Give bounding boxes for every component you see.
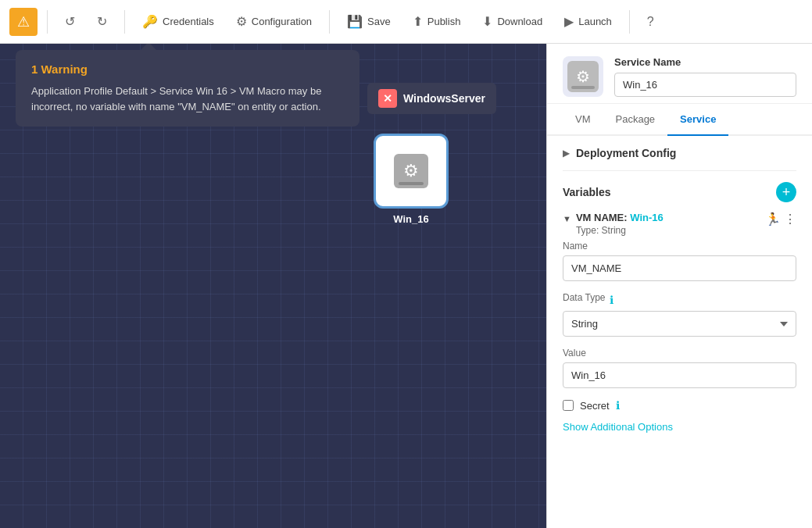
windows-server-header: ✕ WindowsServer xyxy=(367,83,496,114)
data-type-select[interactable]: String Integer Boolean xyxy=(563,311,796,337)
variables-header: Variables + xyxy=(563,182,796,202)
secret-row: Secret ℹ xyxy=(563,399,796,412)
add-variable-button[interactable]: + xyxy=(776,182,796,202)
name-field-group: Name xyxy=(563,241,796,281)
save-button[interactable]: 💾 Save xyxy=(339,9,399,34)
publish-button[interactable]: ⬆ Publish xyxy=(405,9,469,34)
service-avatar: ⚙ xyxy=(563,56,603,97)
launch-icon: ▶ xyxy=(564,14,574,29)
credentials-button[interactable]: 🔑 Credentials xyxy=(134,9,222,34)
win16-box[interactable]: ⚙ xyxy=(374,134,449,209)
service-name-label: Service Name xyxy=(614,56,796,68)
service-avatar-gear-icon: ⚙ xyxy=(567,61,599,92)
warning-icon: ⚠ xyxy=(17,13,30,30)
vm-name-key: VM NAME: xyxy=(576,212,628,223)
warning-tooltip: 1 Warning Application Profile Default > … xyxy=(16,50,359,127)
value-field-label: Value xyxy=(563,348,796,359)
publish-icon: ⬆ xyxy=(413,14,423,29)
launch-button[interactable]: ▶ Launch xyxy=(556,9,620,34)
deployment-config-label: Deployment Config xyxy=(576,147,676,159)
configuration-label: Configuration xyxy=(252,16,312,27)
variables-title: Variables xyxy=(563,186,611,198)
download-icon: ⬇ xyxy=(482,14,492,29)
name-field-input[interactable] xyxy=(563,255,796,281)
redo-button[interactable]: ↻ xyxy=(89,9,115,34)
node-gear-icon: ⚙ xyxy=(394,154,428,188)
vm-name-value-link[interactable]: Win-16 xyxy=(630,212,664,223)
credentials-label: Credentials xyxy=(163,16,214,27)
warning-button[interactable]: ⚠ xyxy=(9,8,38,36)
vm-name-content: VM NAME: Win-16 Type: String xyxy=(576,212,760,236)
vm-name-row: ▼ VM NAME: Win-16 Type: String 🏃 ⋮ xyxy=(563,212,796,236)
run-icon[interactable]: 🏃 xyxy=(765,212,781,227)
secret-checkbox[interactable] xyxy=(563,400,574,411)
data-type-field-group: Data Type ℹ String Integer Boolean xyxy=(563,292,796,337)
download-label: Download xyxy=(497,16,542,27)
help-button[interactable]: ? xyxy=(639,10,662,34)
vm-name-actions: 🏃 ⋮ xyxy=(765,212,796,227)
panel-content: ▶ Deployment Config Variables + ▼ VM NAM… xyxy=(547,136,812,528)
configuration-button[interactable]: ⚙ Configuration xyxy=(228,9,320,34)
toolbar: ⚠ ↺ ↻ 🔑 Credentials ⚙ Configuration 💾 Sa… xyxy=(0,0,812,44)
service-name-right: Service Name xyxy=(614,56,796,97)
toolbar-divider-4 xyxy=(629,10,630,34)
show-additional-options-link[interactable]: Show Additional Options xyxy=(563,421,673,433)
toolbar-divider-2 xyxy=(124,10,125,34)
service-name-section: ⚙ Service Name xyxy=(547,44,812,104)
right-panel: ⚙ Service Name VM Package Service ▶ Depl… xyxy=(546,44,812,528)
undo-button[interactable]: ↺ xyxy=(57,9,83,34)
chevron-right-icon: ▶ xyxy=(563,148,570,159)
help-icon: ? xyxy=(647,15,654,29)
launch-label: Launch xyxy=(578,16,612,27)
service-name-input[interactable] xyxy=(614,73,796,97)
save-label: Save xyxy=(367,16,391,27)
vm-name-type: Type: String xyxy=(576,225,760,236)
chevron-down-icon[interactable]: ▼ xyxy=(563,214,571,223)
gear-icon: ⚙ xyxy=(236,14,247,29)
publish-label: Publish xyxy=(427,16,461,27)
windows-server-node[interactable]: ✕ WindowsServer xyxy=(367,83,496,120)
tabs: VM Package Service xyxy=(547,104,812,136)
variables-section: Variables + ▼ VM NAME: Win-16 Type: Stri… xyxy=(563,171,796,451)
download-button[interactable]: ⬇ Download xyxy=(474,9,550,34)
canvas-area[interactable]: 1 Warning Application Profile Default > … xyxy=(0,44,546,528)
tab-vm[interactable]: VM xyxy=(563,104,603,136)
ws-icon: ✕ xyxy=(378,89,397,108)
secret-info-icon[interactable]: ℹ xyxy=(616,399,620,412)
secret-label: Secret xyxy=(580,400,610,412)
more-options-icon[interactable]: ⋮ xyxy=(784,212,796,227)
data-type-info-icon[interactable]: ℹ xyxy=(610,294,613,306)
data-type-label-row: Data Type ℹ xyxy=(563,292,796,307)
warning-title: 1 Warning xyxy=(31,62,344,76)
toolbar-divider-3 xyxy=(329,10,330,34)
win16-label: Win_16 xyxy=(374,213,449,225)
toolbar-divider-1 xyxy=(47,10,48,34)
tab-package[interactable]: Package xyxy=(603,104,668,136)
win16-node[interactable]: ⚙ Win_16 xyxy=(374,134,449,225)
value-field-group: Value xyxy=(563,348,796,388)
windows-server-label: WindowsServer xyxy=(403,92,485,105)
tooltip-arrow xyxy=(141,44,156,50)
deployment-config[interactable]: ▶ Deployment Config xyxy=(563,136,796,171)
main-content: 1 Warning Application Profile Default > … xyxy=(0,44,812,528)
value-field-input[interactable] xyxy=(563,362,796,388)
warning-text: Application Profile Default > Service Wi… xyxy=(31,84,344,114)
name-field-label: Name xyxy=(563,241,796,252)
save-icon: 💾 xyxy=(347,14,363,29)
tab-service[interactable]: Service xyxy=(667,104,728,136)
data-type-label: Data Type xyxy=(563,292,605,303)
key-icon: 🔑 xyxy=(142,14,158,29)
vm-name-title: VM NAME: Win-16 xyxy=(576,212,760,223)
undo-icon: ↺ xyxy=(65,14,75,29)
redo-icon: ↻ xyxy=(97,14,107,29)
